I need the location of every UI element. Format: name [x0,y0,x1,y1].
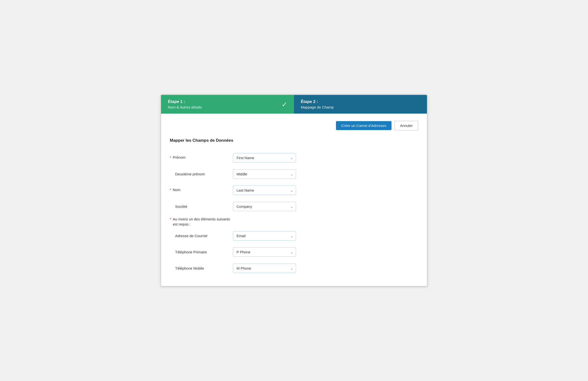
select-prenom[interactable]: First Name Last Name Middle Company Emai… [233,153,296,163]
form-label-col-prenom: * Prénom [170,155,233,161]
select-telephone-mobile[interactable]: First Name Last Name Middle Company Emai… [233,264,296,273]
step-2: Étape 2 : Mappage de Champ [294,95,427,114]
steps-header: Étape 1 : Nom & Autres détails ✓ Étape 2… [161,95,427,114]
create-address-book-button[interactable]: Créer un Carnet d'Adresses [336,121,392,130]
select-societe[interactable]: First Name Last Name Middle Company Emai… [233,202,296,211]
label-societe: Société [175,204,187,209]
form-row-telephone-primaire: Téléphone Primaire First Name Last Name … [170,244,418,260]
note-row: * Au moins un des éléments suivants est … [170,215,418,228]
note-label-col: * Au moins un des éléments suivants est … [170,217,233,227]
form-label-col-telephone-mobile: Téléphone Mobile [170,266,233,271]
step-1: Étape 1 : Nom & Autres détails ✓ [161,95,294,114]
label-deuxieme-prenom: Deuxième prénom [175,171,205,177]
cancel-button[interactable]: Annuler [394,121,418,130]
select-nom[interactable]: First Name Last Name Middle Company Emai… [233,186,296,195]
form-row-deuxieme-prenom: Deuxième prénom First Name Middle Last N… [170,166,418,182]
form-label-col-societe: Société [170,204,233,209]
form-control-col-telephone-primaire: First Name Last Name Middle Company Emai… [233,247,418,257]
section-title: Mapper les Champs de Données [170,138,418,143]
step-2-title: Étape 2 : [301,99,420,104]
select-wrapper-prenom: First Name Last Name Middle Company Emai… [233,153,296,163]
select-wrapper-telephone-mobile: First Name Last Name Middle Company Emai… [233,264,296,273]
step-2-subtitle: Mappage de Champ [301,105,420,109]
form-label-col-deuxieme-prenom: Deuxième prénom [170,171,233,177]
form-control-col-prenom: First Name Last Name Middle Company Emai… [233,153,418,163]
label-telephone-primaire: Téléphone Primaire [175,249,207,255]
select-wrapper-societe: First Name Last Name Middle Company Emai… [233,202,296,211]
page-container: Étape 1 : Nom & Autres détails ✓ Étape 2… [161,95,427,286]
action-bar: Créer un Carnet d'Adresses Annuler [170,121,418,130]
form-label-col-courriel: Adresse de Courriel [170,233,233,238]
required-star-note: * [170,217,171,222]
select-telephone-primaire[interactable]: First Name Last Name Middle Company Emai… [233,247,296,257]
select-wrapper-deuxieme-prenom: First Name Middle Last Name Company Emai… [233,169,296,179]
select-wrapper-courriel: First Name Last Name Middle Company Emai… [233,231,296,241]
form-control-col-nom: First Name Last Name Middle Company Emai… [233,186,418,195]
form-row-prenom: * Prénom First Name Last Name Middle Com… [170,150,418,166]
select-wrapper-telephone-primaire: First Name Last Name Middle Company Emai… [233,247,296,257]
step-1-subtitle: Nom & Autres détails [168,105,287,109]
form-control-col-deuxieme-prenom: First Name Middle Last Name Company Emai… [233,169,418,179]
form-label-col-nom: * Nom [170,187,233,193]
form-control-col-telephone-mobile: First Name Last Name Middle Company Emai… [233,264,418,273]
select-wrapper-nom: First Name Last Name Middle Company Emai… [233,186,296,195]
form-row-societe: Société First Name Last Name Middle Comp… [170,198,418,215]
required-star-nom: * [170,188,171,193]
label-courriel: Adresse de Courriel [175,233,207,238]
form-control-col-courriel: First Name Last Name Middle Company Emai… [233,231,418,241]
check-icon: ✓ [282,100,287,108]
form-row-courriel: Adresse de Courriel First Name Last Name… [170,228,418,244]
label-prenom: Prénom [173,155,186,160]
label-nom: Nom [173,187,180,192]
label-telephone-mobile: Téléphone Mobile [175,266,204,271]
select-courriel[interactable]: First Name Last Name Middle Company Emai… [233,231,296,241]
form-area: * Prénom First Name Last Name Middle Com… [170,150,418,276]
form-control-col-societe: First Name Last Name Middle Company Emai… [233,202,418,211]
select-deuxieme-prenom[interactable]: First Name Middle Last Name Company Emai… [233,169,296,179]
required-star-prenom: * [170,155,171,161]
form-row-telephone-mobile: Téléphone Mobile First Name Last Name Mi… [170,260,418,276]
step-1-title: Étape 1 : [168,99,287,104]
note-text: Au moins un des éléments suivants est re… [173,217,233,227]
main-content: Créer un Carnet d'Adresses Annuler Mappe… [161,114,427,286]
form-row-nom: * Nom First Name Last Name Middle Compan… [170,182,418,198]
form-label-col-telephone-primaire: Téléphone Primaire [170,249,233,255]
